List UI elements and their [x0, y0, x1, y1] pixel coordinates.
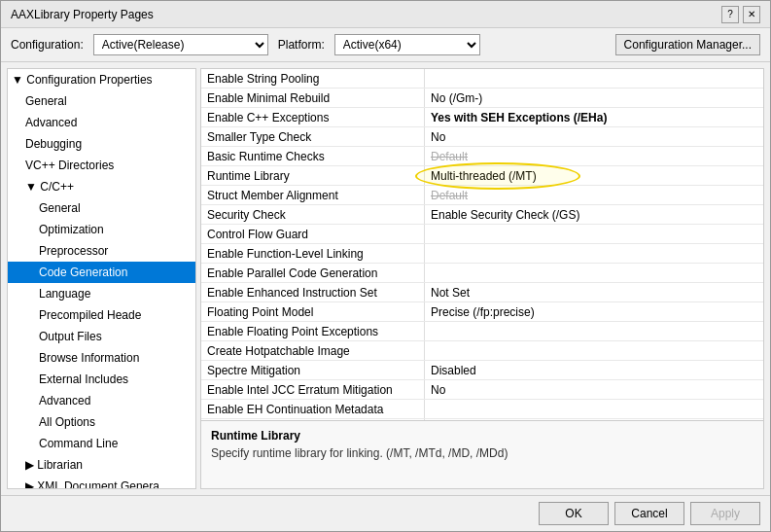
prop-row[interactable]: Control Flow Guard: [201, 225, 763, 244]
prop-value: Multi-threaded (/MT): [425, 166, 763, 185]
prop-name: Security Check: [201, 205, 425, 224]
prop-row[interactable]: Enable Minimal RebuildNo (/Gm-): [201, 89, 763, 108]
prop-value: Not Set: [425, 283, 763, 301]
button-row: OK Cancel Apply: [1, 495, 770, 531]
prop-row[interactable]: Spectre MitigationDisabled: [201, 361, 763, 380]
prop-row[interactable]: Basic Runtime ChecksDefault: [201, 147, 763, 166]
tree-item-preprocessor[interactable]: Preprocessor: [8, 240, 195, 262]
tree-item-language[interactable]: Language: [8, 283, 195, 304]
prop-value: No (/Gm-): [425, 89, 763, 107]
title-bar: AAXLibrary Property Pages ? ✕: [1, 1, 770, 28]
prop-value: No: [425, 380, 763, 399]
prop-row[interactable]: Floating Point ModelPrecise (/fp:precise…: [201, 302, 763, 322]
platform-dropdown[interactable]: Active(x64): [334, 34, 480, 55]
prop-row[interactable]: Enable Enhanced Instruction SetNot Set: [201, 283, 763, 302]
prop-name: Control Flow Guard: [201, 225, 425, 243]
tree-item-linker[interactable]: ▶ Librarian: [8, 454, 195, 476]
prop-name: Enable Enhanced Instruction Set: [201, 283, 425, 301]
apply-button[interactable]: Apply: [690, 502, 760, 525]
config-dropdown[interactable]: Active(Release): [93, 34, 268, 55]
prop-row[interactable]: Runtime LibraryMulti-threaded (/MT): [201, 166, 763, 186]
prop-value: [425, 244, 763, 263]
prop-row[interactable]: Smaller Type CheckNo: [201, 127, 763, 147]
prop-row[interactable]: Enable EH Continuation Metadata: [201, 400, 763, 419]
ok-button[interactable]: OK: [539, 502, 609, 525]
tree-item-output-files[interactable]: Output Files: [8, 326, 195, 347]
tree-item-vc-dirs[interactable]: VC++ Directories: [8, 155, 195, 176]
config-label: Configuration:: [11, 38, 84, 52]
prop-name: Basic Runtime Checks: [201, 147, 425, 165]
tree-panel: ▼ Configuration PropertiesGeneralAdvance…: [7, 68, 196, 489]
prop-value: [425, 322, 763, 340]
tree-item-config-props[interactable]: ▼ Configuration Properties: [8, 69, 195, 90]
cancel-button[interactable]: Cancel: [614, 502, 684, 525]
config-row: Configuration: Active(Release) Platform:…: [1, 28, 770, 62]
prop-name: Create Hotpatchable Image: [201, 341, 425, 360]
tree-item-cpp-general[interactable]: General: [8, 197, 195, 219]
prop-row[interactable]: Struct Member AlignmentDefault: [201, 186, 763, 205]
prop-value: [425, 225, 763, 243]
tree-item-cpp-advanced[interactable]: Advanced: [8, 390, 195, 411]
prop-name: Enable Intel JCC Erratum Mitigation: [201, 380, 425, 399]
platform-label: Platform:: [278, 38, 325, 52]
prop-row[interactable]: Security CheckEnable Security Check (/GS…: [201, 205, 763, 225]
prop-name: Enable C++ Exceptions: [201, 108, 425, 126]
tree-item-optimization[interactable]: Optimization: [8, 219, 195, 240]
prop-row[interactable]: Enable String Pooling: [201, 69, 763, 89]
tree-item-cpp[interactable]: ▼ C/C++: [8, 176, 195, 197]
prop-value: No: [425, 127, 763, 146]
prop-name: Spectre Mitigation: [201, 361, 425, 379]
prop-value: Precise (/fp:precise): [425, 302, 763, 321]
config-manager-button[interactable]: Configuration Manager...: [615, 34, 760, 55]
property-pages-dialog: AAXLibrary Property Pages ? ✕ Configurat…: [0, 0, 771, 532]
prop-name: Smaller Type Check: [201, 127, 425, 146]
prop-row[interactable]: Enable Parallel Code Generation: [201, 264, 763, 283]
tree-item-ext-includes[interactable]: External Includes: [8, 369, 195, 390]
tree-item-precompiled[interactable]: Precompiled Heade: [8, 304, 195, 326]
tree-item-debugging[interactable]: Debugging: [8, 133, 195, 155]
close-button[interactable]: ✕: [743, 6, 760, 23]
info-title: Runtime Library: [211, 429, 753, 443]
prop-row[interactable]: Enable Function-Level Linking: [201, 244, 763, 264]
prop-row[interactable]: Enable C++ ExceptionsYes with SEH Except…: [201, 108, 763, 127]
tree-item-command-line[interactable]: Command Line: [8, 433, 195, 454]
prop-name: Enable String Pooling: [201, 69, 425, 88]
prop-name: Struct Member Alignment: [201, 186, 425, 204]
prop-row[interactable]: Enable Intel JCC Erratum MitigationNo: [201, 380, 763, 400]
prop-value: Disabled: [425, 361, 763, 379]
tree-item-all-options[interactable]: All Options: [8, 411, 195, 433]
prop-row[interactable]: Create Hotpatchable Image: [201, 341, 763, 361]
info-description: Specify runtime library for linking. (/M…: [211, 446, 753, 460]
prop-value: [425, 264, 763, 282]
help-button[interactable]: ?: [721, 6, 739, 23]
prop-value: [425, 69, 763, 88]
prop-value: Enable Security Check (/GS): [425, 205, 763, 224]
prop-name: Enable Function-Level Linking: [201, 244, 425, 263]
tree-item-browse-info[interactable]: Browse Information: [8, 347, 195, 369]
main-content: ▼ Configuration PropertiesGeneralAdvance…: [1, 62, 770, 495]
title-bar-controls: ? ✕: [721, 6, 760, 23]
tree-item-code-gen[interactable]: Code Generation: [8, 262, 195, 283]
prop-name: Enable Minimal Rebuild: [201, 89, 425, 107]
prop-value: Yes with SEH Exceptions (/EHa): [425, 108, 763, 126]
tree-item-advanced[interactable]: Advanced: [8, 112, 195, 133]
info-panel: Runtime Library Specify runtime library …: [201, 420, 763, 488]
tree-item-general[interactable]: General: [8, 90, 195, 112]
prop-value: Default: [425, 147, 763, 165]
prop-name: Enable Floating Point Exceptions: [201, 322, 425, 340]
prop-value: Default: [425, 186, 763, 204]
properties-table: Enable String PoolingEnable Minimal Rebu…: [201, 69, 763, 420]
prop-name: Enable Parallel Code Generation: [201, 264, 425, 282]
prop-value: [425, 400, 763, 418]
tree-item-xml-gen[interactable]: ▶ XML Document Genera: [8, 476, 195, 489]
dialog-title: AAXLibrary Property Pages: [11, 8, 154, 21]
prop-name: Enable EH Continuation Metadata: [201, 400, 425, 418]
right-panel: Enable String PoolingEnable Minimal Rebu…: [200, 68, 764, 489]
prop-row[interactable]: Enable Floating Point Exceptions: [201, 322, 763, 341]
prop-value: [425, 341, 763, 360]
prop-name: Runtime Library: [201, 166, 425, 185]
prop-name: Floating Point Model: [201, 302, 425, 321]
